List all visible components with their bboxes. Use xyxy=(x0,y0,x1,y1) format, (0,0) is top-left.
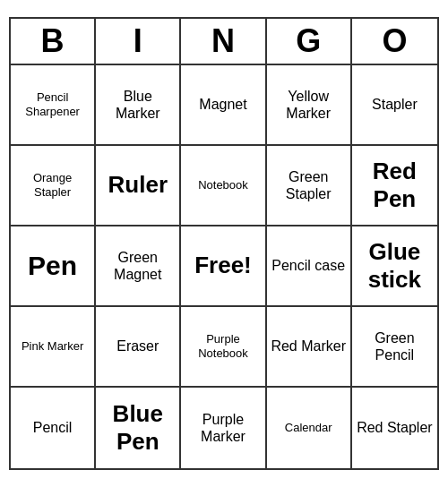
bingo-cell: Pencil xyxy=(11,388,96,468)
header-letter: B xyxy=(11,19,96,64)
cell-text: Glue stick xyxy=(356,238,434,294)
bingo-cell: Pencil Sharpener xyxy=(11,65,96,146)
bingo-cell: Red Stapler xyxy=(352,388,437,468)
bingo-cell: Ruler xyxy=(96,146,181,226)
bingo-cell: Green Stapler xyxy=(267,146,352,226)
bingo-header: BINGO xyxy=(11,19,437,65)
cell-text: Eraser xyxy=(116,337,159,355)
cell-text: Orange Stapler xyxy=(14,171,90,199)
header-letter: O xyxy=(352,19,437,64)
cell-text: Calendar xyxy=(285,421,332,435)
header-letter: G xyxy=(267,19,352,64)
cell-text: Ruler xyxy=(108,171,168,199)
cell-text: Blue Marker xyxy=(99,88,176,122)
cell-text: Pencil case xyxy=(271,257,345,274)
bingo-cell: Blue Pen xyxy=(96,388,181,468)
bingo-cell: Green Magnet xyxy=(96,226,181,307)
bingo-card: BINGO Pencil SharpenerBlue MarkerMagnetY… xyxy=(9,17,439,470)
bingo-cell: Red Pen xyxy=(352,146,437,226)
bingo-cell: Glue stick xyxy=(352,226,437,307)
cell-text: Blue Pen xyxy=(99,400,176,456)
cell-text: Pink Marker xyxy=(22,339,83,354)
header-letter: N xyxy=(181,19,266,64)
bingo-cell: Notebook xyxy=(181,146,266,226)
cell-text: Magnet xyxy=(199,96,246,113)
cell-text: Notebook xyxy=(198,178,248,192)
header-letter: I xyxy=(96,19,181,64)
cell-text: Pencil Sharpener xyxy=(14,90,90,118)
bingo-cell: Blue Marker xyxy=(96,65,181,146)
bingo-cell: Yellow Marker xyxy=(267,65,352,146)
bingo-cell: Purple Marker xyxy=(181,388,266,468)
bingo-cell: Stapler xyxy=(352,65,437,146)
cell-text: Red Stapler xyxy=(357,419,433,436)
cell-text: Pen xyxy=(28,250,77,282)
cell-text: Purple Notebook xyxy=(185,332,261,360)
cell-text: Purple Marker xyxy=(185,411,261,445)
cell-text: Red Pen xyxy=(356,158,434,213)
bingo-cell: Free! xyxy=(181,226,266,307)
bingo-cell: Pink Marker xyxy=(11,307,96,388)
cell-text: Yellow Marker xyxy=(271,88,347,122)
bingo-cell: Pen xyxy=(11,226,96,307)
cell-text: Red Marker xyxy=(271,337,346,355)
bingo-grid: Pencil SharpenerBlue MarkerMagnetYellow … xyxy=(11,65,437,468)
cell-text: Green Stapler xyxy=(271,168,347,202)
bingo-cell: Pencil case xyxy=(267,226,352,307)
bingo-cell: Calendar xyxy=(267,388,352,468)
bingo-cell: Magnet xyxy=(181,65,266,146)
bingo-cell: Red Marker xyxy=(267,307,352,388)
cell-text: Stapler xyxy=(372,96,418,113)
cell-text: Green Magnet xyxy=(99,249,176,283)
cell-text: Green Pencil xyxy=(356,329,434,363)
bingo-cell: Eraser xyxy=(96,307,181,388)
bingo-cell: Purple Notebook xyxy=(181,307,266,388)
bingo-cell: Orange Stapler xyxy=(11,146,96,226)
bingo-cell: Green Pencil xyxy=(352,307,437,388)
cell-text: Free! xyxy=(194,252,252,279)
cell-text: Pencil xyxy=(33,419,73,436)
